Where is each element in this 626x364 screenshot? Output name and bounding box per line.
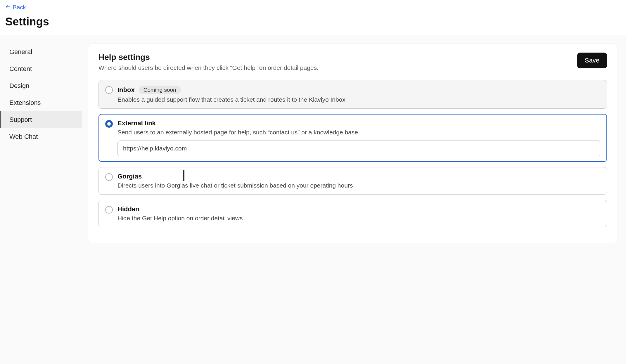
card-heading-block: Help settings Where should users be dire… bbox=[98, 53, 319, 71]
text-cursor-icon bbox=[183, 170, 184, 181]
sidebar-item-web-chat[interactable]: Web Chat bbox=[0, 128, 88, 145]
radio-gorgias[interactable] bbox=[105, 173, 113, 181]
save-button[interactable]: Save bbox=[577, 53, 607, 68]
option-body: Hidden Hide the Get Help option on order… bbox=[117, 205, 600, 222]
option-body: Gorgias Directs users into Gorgias live … bbox=[117, 173, 600, 189]
option-desc: Enables a guided support flow that creat… bbox=[117, 96, 600, 103]
external-url-input[interactable] bbox=[117, 141, 600, 156]
option-title-row: Gorgias bbox=[117, 173, 600, 180]
page-title: Settings bbox=[5, 15, 621, 28]
radio-inbox bbox=[105, 86, 113, 94]
sidebar-item-general[interactable]: General bbox=[0, 44, 88, 60]
back-label: Back bbox=[13, 4, 26, 11]
card-title: Help settings bbox=[98, 53, 319, 62]
radio-external-link[interactable] bbox=[105, 120, 113, 128]
layout: General Content Design Extensions Suppor… bbox=[0, 35, 626, 364]
option-title: Inbox bbox=[117, 86, 135, 94]
option-body: Inbox Coming soon Enables a guided suppo… bbox=[117, 86, 600, 103]
sidebar-item-support[interactable]: Support bbox=[0, 111, 82, 128]
card-header: Help settings Where should users be dire… bbox=[98, 53, 607, 71]
option-title: Gorgias bbox=[117, 173, 142, 180]
option-desc: Directs users into Gorgias live chat or … bbox=[117, 182, 600, 189]
option-hidden[interactable]: Hidden Hide the Get Help option on order… bbox=[98, 200, 607, 227]
option-title-row: External link bbox=[117, 119, 600, 127]
option-gorgias[interactable]: Gorgias Directs users into Gorgias live … bbox=[98, 167, 607, 195]
option-desc: Hide the Get Help option on order detail… bbox=[117, 215, 600, 222]
sidebar-item-extensions[interactable]: Extensions bbox=[0, 94, 88, 111]
option-title-row: Hidden bbox=[117, 205, 600, 213]
option-title: Hidden bbox=[117, 205, 139, 213]
arrow-left-icon bbox=[5, 4, 11, 11]
coming-soon-badge: Coming soon bbox=[139, 86, 181, 94]
card-subtitle: Where should users be directed when they… bbox=[98, 64, 319, 71]
option-external-link[interactable]: External link Send users to an externall… bbox=[98, 114, 607, 162]
sidebar: General Content Design Extensions Suppor… bbox=[0, 35, 88, 364]
sidebar-item-content[interactable]: Content bbox=[0, 60, 88, 77]
back-link[interactable]: Back bbox=[5, 4, 26, 11]
option-desc: Send users to an externally hosted page … bbox=[117, 129, 600, 136]
sidebar-item-design[interactable]: Design bbox=[0, 77, 88, 94]
option-title: External link bbox=[117, 119, 156, 127]
help-settings-card: Help settings Where should users be dire… bbox=[88, 44, 618, 243]
main: Help settings Where should users be dire… bbox=[88, 35, 626, 364]
option-body: External link Send users to an externall… bbox=[117, 119, 600, 156]
option-inbox: Inbox Coming soon Enables a guided suppo… bbox=[98, 80, 607, 109]
option-title-row: Inbox Coming soon bbox=[117, 86, 600, 94]
page-header: Back Settings bbox=[0, 0, 626, 35]
radio-hidden[interactable] bbox=[105, 206, 113, 214]
